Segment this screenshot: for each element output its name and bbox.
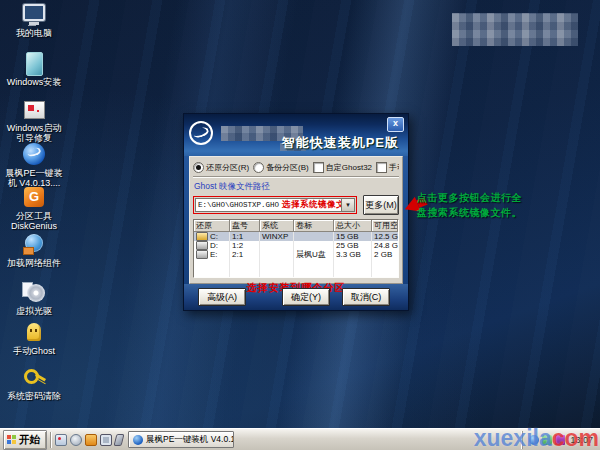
free-cell: 12.5 GB <box>372 232 398 241</box>
boot-repair-icon <box>20 98 48 122</box>
annotation-line2: 盘搜索系统镜像文件。 <box>417 205 529 220</box>
system-cell <box>260 241 294 250</box>
red-highlight-box: E:\GHO\GHOSTXP.GHO 选择系统镜像文件 ▼ <box>193 196 357 214</box>
radio-icon <box>253 162 264 173</box>
partition-row-c[interactable]: C: 1:1 WINXP 15 GB 12.5 GB <box>194 232 398 241</box>
tutorial-annotation: 点击更多按钮会进行全 盘搜索系统镜像文件。 <box>417 190 529 220</box>
disk-cell: 2:1 <box>230 250 260 259</box>
column-header[interactable]: 盘号 <box>230 220 260 232</box>
start-button[interactable]: 开始 <box>3 430 47 450</box>
quick-launch <box>55 434 123 446</box>
backup-partition-radio[interactable]: 备份分区(B) <box>253 162 309 173</box>
drive-icon <box>196 241 208 250</box>
custom-ghost32-checkbox[interactable]: 自定Ghost32 <box>313 162 372 173</box>
censored-text-block <box>452 13 578 46</box>
checkbox-label: 自定Ghost32 <box>326 162 372 173</box>
folder-icon[interactable] <box>85 434 97 446</box>
cancel-button[interactable]: 取消(C) <box>342 288 390 306</box>
ghost-path-combobox[interactable]: E:\GHO\GHOSTXP.GHO 选择系统镜像文件 <box>195 198 341 212</box>
desktop-icon-label: 我的电脑 <box>16 28 52 38</box>
desktop-icon-boot-repair[interactable]: Windows启动 引导修复 <box>5 98 63 144</box>
drive-cell: D: <box>194 241 230 250</box>
partition-table: 还原 盘号 系统 卷标 总大小 可用空间 C: 1:1 WINXP 15 GB … <box>193 219 399 278</box>
system-drive-icon <box>196 232 208 241</box>
dialog-footer: 高级(A) 确定(Y) 取消(C) <box>184 284 408 310</box>
drive-cell: C: <box>194 232 230 241</box>
close-icon[interactable]: x <box>387 117 404 132</box>
desktop-icon-chenfeng-pe[interactable]: 晨枫PE一键装 机 V4.0.13.... <box>5 143 63 189</box>
network-components-icon <box>20 233 48 257</box>
total-cell: 15 GB <box>334 232 372 241</box>
desktop-icon-label: 虚拟光驱 <box>16 306 52 316</box>
show-desktop-icon[interactable] <box>55 434 67 446</box>
partition-table-header: 还原 盘号 系统 卷标 总大小 可用空间 <box>194 220 398 232</box>
column-header[interactable]: 还原 <box>194 220 230 232</box>
manual-ghost-icon <box>20 321 48 345</box>
dialog-titlebar[interactable]: 智能快速装机PE版 x <box>184 114 408 156</box>
desktop-icon-manual-ghost[interactable]: 手动Ghost <box>5 321 63 356</box>
volume-cell <box>294 232 334 241</box>
password-clear-icon <box>20 366 48 390</box>
taskbar: 开始 晨枫PE一键装机 V4.0.1... 13:07 <box>0 428 600 450</box>
free-cell: 24.8 GB <box>372 241 398 250</box>
radio-selected-icon <box>193 162 204 173</box>
path-annotation-text: 选择系统镜像文件 <box>282 199 341 211</box>
app-logo-icon <box>189 121 213 145</box>
annotation-line1: 点击更多按钮会进行全 <box>417 190 529 205</box>
system-cell <box>260 250 294 259</box>
partition-row-e[interactable]: E: 2:1 晨枫U盘 3.3 GB 2 GB <box>194 250 398 259</box>
desktop-icon-diskgenius[interactable]: 分区工具 DiskGenius <box>5 186 63 232</box>
desktop-icon-network[interactable]: 加载网络组件 <box>5 233 63 268</box>
manual-checkbox[interactable]: 手动(M) <box>376 162 399 173</box>
desktop: 我的电脑 Windows安装 Windows启动 引导修复 晨枫PE一键装 机 … <box>0 0 600 450</box>
checkbox-label: 手动(M) <box>389 162 399 173</box>
column-header[interactable]: 系统 <box>260 220 294 232</box>
partition-row-d[interactable]: D: 1:2 25 GB 24.8 GB <box>194 241 398 250</box>
column-header[interactable]: 可用空间 <box>372 220 398 232</box>
ok-button[interactable]: 确定(Y) <box>282 288 330 306</box>
task-button-label: 晨枫PE一键装机 V4.0.1... <box>146 434 234 446</box>
desktop-icon-my-computer[interactable]: 我的电脑 <box>5 3 63 38</box>
taskbar-divider <box>50 432 52 448</box>
column-header[interactable]: 总大小 <box>334 220 372 232</box>
display-icon[interactable] <box>100 434 112 446</box>
drive-cell: E: <box>194 250 230 259</box>
desktop-icon-label: 手动Ghost <box>13 346 55 356</box>
advanced-button[interactable]: 高级(A) <box>198 288 246 306</box>
input-method-tray-icon[interactable] <box>555 435 565 445</box>
diskgenius-icon <box>20 186 48 210</box>
desktop-icon-virtual-cdrom[interactable]: 虚拟光驱 <box>5 281 63 316</box>
windows-install-icon <box>20 52 48 76</box>
dialog-body: 还原分区(R) 备份分区(B) 自定Ghost32 手动(M) Ghost 映像… <box>189 156 403 284</box>
disk-cell: 1:1 <box>230 232 260 241</box>
start-label: 开始 <box>19 433 40 447</box>
restore-partition-radio[interactable]: 还原分区(R) <box>193 162 249 173</box>
checkbox-icon <box>376 162 387 173</box>
desktop-icon-password-clear[interactable]: 系统密码清除 <box>5 366 63 401</box>
ghost-tray-icon[interactable] <box>542 435 552 445</box>
desktop-icon-label: 系统密码清除 <box>7 391 61 401</box>
desktop-icon-label: 分区工具 DiskGenius <box>5 211 63 232</box>
total-cell: 3.3 GB <box>334 250 372 259</box>
ghost-path-label: Ghost 映像文件路径 <box>194 181 399 193</box>
tool-icon[interactable] <box>114 434 125 446</box>
ghost-path-value: E:\GHO\GHOSTXP.GHO <box>198 201 279 209</box>
volume-cell <box>294 241 334 250</box>
column-header[interactable]: 卷标 <box>294 220 334 232</box>
free-cell: 2 GB <box>372 250 398 259</box>
browser-icon[interactable] <box>70 434 82 446</box>
network-tray-icon[interactable] <box>529 435 539 445</box>
disk-cell: 1:2 <box>230 241 260 250</box>
virtual-cdrom-icon <box>20 281 48 305</box>
volume-cell: 晨枫U盘 <box>294 250 334 259</box>
more-button[interactable]: 更多(M) <box>363 195 399 215</box>
desktop-icon-label: 加载网络组件 <box>7 258 61 268</box>
installer-dialog: 智能快速装机PE版 x 还原分区(R) 备份分区(B) 自定Ghost32 手动… <box>183 113 409 311</box>
total-cell: 25 GB <box>334 241 372 250</box>
chevron-down-icon[interactable]: ▼ <box>341 198 355 212</box>
chenfeng-pe-task-icon <box>133 435 143 445</box>
task-button-chenfeng-pe[interactable]: 晨枫PE一键装机 V4.0.1... <box>128 431 234 448</box>
my-computer-icon <box>20 3 48 27</box>
desktop-icon-windows-install[interactable]: Windows安装 <box>5 52 63 87</box>
radio-label: 还原分区(R) <box>206 162 249 173</box>
